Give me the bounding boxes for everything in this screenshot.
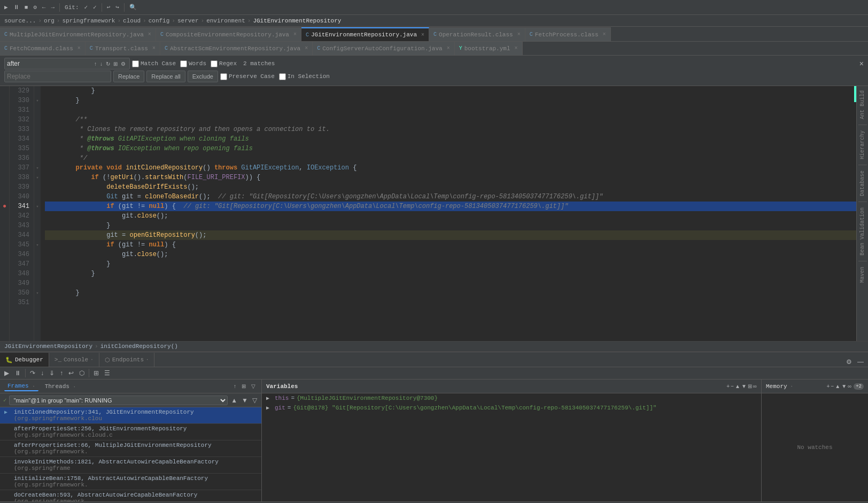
tab-close-multiple[interactable]: × bbox=[148, 32, 151, 37]
fold-341[interactable]: ▾ bbox=[34, 202, 41, 211]
var-add-btn[interactable]: + bbox=[726, 383, 730, 389]
breadcrumb-class[interactable]: JGitEnvironmentRepository bbox=[253, 18, 341, 24]
frames-filter-btn[interactable]: ▽ bbox=[250, 382, 257, 390]
tab-jgit-env-repo[interactable]: C JGitEnvironmentRepository.java × bbox=[301, 27, 429, 41]
config-btn[interactable]: ⚙ bbox=[119, 60, 127, 68]
threads-tab[interactable]: Threads · bbox=[42, 382, 79, 391]
tab-close-configserver[interactable]: × bbox=[447, 45, 450, 51]
frame-item-2[interactable]: afterPropertiesSet:66, MultipleJGitEnvir… bbox=[0, 440, 261, 457]
frame-item-3[interactable]: invokeInitMethods:1821, AbstractAutowire… bbox=[0, 457, 261, 474]
breadcrumb-server[interactable]: server bbox=[177, 18, 199, 24]
frame-item-1[interactable]: afterPropertiesSet:256, JGitEnvironmentR… bbox=[0, 424, 261, 440]
in-selection-checkbox[interactable] bbox=[279, 73, 286, 80]
toolbar-git-check2-btn[interactable]: ✓ bbox=[91, 3, 99, 12]
replace-input[interactable] bbox=[7, 73, 92, 80]
tab-close-composite[interactable]: × bbox=[293, 32, 297, 37]
tab-close-bootstrap[interactable]: × bbox=[515, 45, 518, 51]
var-down-btn[interactable]: ▼ bbox=[741, 383, 747, 389]
dbg-run-cursor-btn[interactable]: ↩ bbox=[66, 368, 76, 378]
match-case-checkbox[interactable] bbox=[132, 60, 139, 67]
fold-345[interactable]: ▾ bbox=[34, 240, 41, 250]
toolbar-search-btn[interactable]: 🔍 bbox=[127, 3, 139, 12]
mem-more-btn[interactable]: ∞ bbox=[848, 383, 851, 390]
preserve-case-checkbox[interactable] bbox=[220, 73, 227, 80]
replace-all-btn[interactable]: Replace all bbox=[146, 71, 185, 82]
tab-config-server[interactable]: C ConfigServerAutoConfiguration.java × bbox=[313, 42, 454, 55]
dbg-pause-btn[interactable]: ⏸ bbox=[12, 368, 23, 378]
frame-item-0[interactable]: ▶ initClonedRepository:341, JGitEnvironm… bbox=[0, 407, 261, 424]
breadcrumb-springframework[interactable]: springframework bbox=[62, 18, 115, 24]
tab-close-transport[interactable]: × bbox=[152, 45, 156, 51]
endpoints-tab[interactable]: ⬡ Endpoints · bbox=[99, 353, 155, 367]
fold-337[interactable]: ▾ bbox=[34, 163, 41, 173]
var-git-expand[interactable]: ▶ bbox=[266, 405, 273, 411]
editor-bc-class[interactable]: JGitEnvironmentRepository bbox=[4, 343, 92, 350]
code-content[interactable]: ● 329 330 331 332 333 334 bbox=[0, 86, 856, 341]
code-lines[interactable]: } } /** * Clones the remote repository a… bbox=[41, 86, 856, 341]
tab-fetch-command[interactable]: C FetchCommand.class × bbox=[0, 42, 86, 55]
toolbar-stop-btn[interactable]: ■ bbox=[22, 3, 30, 12]
mem-up-btn[interactable]: ▲ bbox=[835, 383, 840, 390]
console-tab[interactable]: >_ Console · bbox=[49, 353, 99, 367]
var-this[interactable]: ▶ this = {MultipleJGitEnvironmentReposit… bbox=[262, 393, 761, 403]
frame-item-4[interactable]: initializeBean:1758, AbstractAutowireCap… bbox=[0, 474, 261, 490]
var-more-btn[interactable]: ∞ bbox=[753, 383, 757, 389]
gutter-341-bp[interactable]: ● bbox=[0, 202, 9, 211]
dbg-frames-btn[interactable]: ⊞ bbox=[91, 368, 101, 378]
var-this-expand[interactable]: ▶ bbox=[266, 395, 273, 401]
right-panel-bean-validation[interactable]: Bean Validation bbox=[858, 203, 866, 260]
regex-option[interactable]: Regex bbox=[211, 60, 237, 67]
right-panel-ant-build[interactable]: Ant Build bbox=[858, 86, 866, 123]
fold-350[interactable]: ▾ bbox=[34, 288, 41, 298]
tab-bootstrap-yml[interactable]: Y bootstrap.yml × bbox=[455, 42, 523, 55]
breadcrumb-cloud[interactable]: cloud bbox=[123, 18, 141, 24]
refresh-btn[interactable]: ↻ bbox=[104, 60, 112, 68]
regex-checkbox[interactable] bbox=[211, 60, 218, 67]
dbg-eval-btn[interactable]: ⬡ bbox=[77, 368, 87, 378]
dbg-step-out-btn[interactable]: ↑ bbox=[58, 368, 65, 378]
right-panel-maven[interactable]: Maven bbox=[858, 262, 866, 287]
next-match-btn[interactable]: ↓ bbox=[98, 60, 104, 68]
tab-multiple-jgit[interactable]: C MultipleJGitEnvironmentRepository.java… bbox=[0, 27, 156, 41]
tab-fetch-process[interactable]: C FetchProcess.class × bbox=[525, 27, 611, 41]
mem-down-btn[interactable]: ▼ bbox=[841, 383, 847, 390]
in-selection-option[interactable]: In Selection bbox=[279, 73, 330, 80]
dbg-resume-btn[interactable]: ▶ bbox=[2, 368, 11, 378]
dbg-settings-btn[interactable]: ⚙ bbox=[844, 357, 854, 367]
breadcrumb-environment[interactable]: environment bbox=[206, 18, 245, 24]
breadcrumb-config[interactable]: config bbox=[149, 18, 170, 24]
filter-btn[interactable]: ⊞ bbox=[112, 60, 119, 68]
tab-composite-env[interactable]: C CompositeEnvironmentRepository.java × bbox=[156, 27, 301, 41]
words-checkbox[interactable] bbox=[180, 60, 187, 67]
tab-close-fetchprocess[interactable]: × bbox=[603, 32, 606, 37]
tab-close-jgit[interactable]: × bbox=[421, 32, 424, 38]
prev-match-btn[interactable]: ↑ bbox=[92, 60, 98, 68]
dbg-more-btn[interactable]: ☰ bbox=[102, 368, 112, 378]
thread-select[interactable]: "main"@1 in group "main": RUNNING bbox=[9, 396, 228, 405]
right-panel-database[interactable]: Database bbox=[858, 166, 866, 200]
tab-operation-result[interactable]: C OperationResult.class × bbox=[429, 27, 525, 41]
breadcrumb-org[interactable]: org bbox=[44, 18, 55, 24]
toolbar-debug-btn[interactable]: ⏸ bbox=[11, 3, 21, 12]
close-search-btn[interactable]: × bbox=[859, 59, 864, 68]
exclude-btn[interactable]: Exclude bbox=[188, 71, 218, 82]
dbg-minimize-btn[interactable]: — bbox=[855, 357, 866, 367]
tab-close-fetchcmd[interactable]: × bbox=[78, 45, 81, 51]
editor-bc-method[interactable]: initClonedRepository() bbox=[100, 343, 178, 350]
thread-up-btn[interactable]: ▲ bbox=[230, 396, 238, 405]
tab-close-operation[interactable]: × bbox=[517, 32, 521, 37]
toolbar-run-btn[interactable]: ▶ bbox=[2, 3, 10, 12]
tab-abstract-scm[interactable]: C AbstractScmEnvironmentRepository.java … bbox=[160, 42, 313, 55]
replace-btn[interactable]: Replace bbox=[113, 71, 144, 82]
toolbar-redo-btn[interactable]: ↪ bbox=[113, 3, 121, 12]
dbg-step-into-btn[interactable]: ↓ bbox=[38, 368, 46, 378]
var-minus-btn[interactable]: − bbox=[731, 383, 734, 389]
find-input[interactable] bbox=[7, 60, 92, 67]
right-panel-hierarchy[interactable]: Hierarchy bbox=[858, 126, 866, 164]
tab-transport[interactable]: C Transport.class × bbox=[86, 42, 160, 55]
breadcrumb-source[interactable]: source... bbox=[4, 18, 36, 24]
var-git[interactable]: ▶ git = {Git@8178} "Git[Repository[C:\Us… bbox=[262, 403, 761, 413]
toolbar-undo-btn[interactable]: ↩ bbox=[105, 3, 113, 12]
toolbar-fwd-btn[interactable]: → bbox=[49, 3, 57, 12]
mem-minus-btn[interactable]: − bbox=[831, 383, 834, 390]
